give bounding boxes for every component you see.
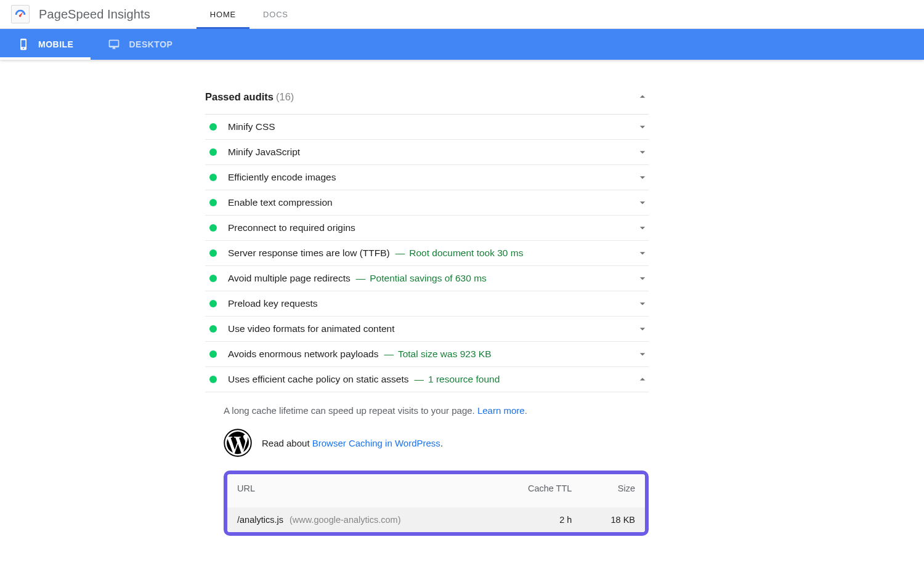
chevron-down-icon — [636, 196, 649, 209]
audit-title: Preload key requests — [228, 298, 318, 309]
cache-table: URL Cache TTL Size /analytics.js (www.go… — [227, 474, 645, 532]
audit-description: A long cache lifetime can speed up repea… — [224, 403, 649, 418]
chevron-up-icon — [636, 91, 649, 103]
status-dot-pass — [209, 275, 217, 282]
audit-detail: Total size was 923 KB — [398, 349, 492, 360]
desc-text: A long cache lifetime can speed up repea… — [224, 405, 477, 416]
chevron-down-icon — [636, 146, 649, 158]
audit-title: Use video formats for animated content — [228, 323, 395, 334]
table-row: /analytics.js (www.google-analytics.com)… — [227, 507, 645, 532]
cell-ttl: 2 h — [490, 507, 582, 532]
audit-row[interactable]: Minify CSS — [205, 115, 649, 140]
table-header-row: URL Cache TTL Size — [227, 474, 645, 507]
audit-dash: — — [395, 248, 405, 259]
tab-docs[interactable]: DOCS — [249, 0, 302, 28]
col-ttl: Cache TTL — [490, 474, 582, 507]
status-dot-pass — [209, 199, 217, 206]
mobile-icon — [17, 38, 30, 51]
chevron-down-icon — [636, 272, 649, 285]
audit-row[interactable]: Use video formats for animated content — [205, 317, 649, 342]
device-tab-desktop[interactable]: DESKTOP — [91, 29, 190, 60]
audit-title: Minify JavaScript — [228, 147, 300, 158]
content-area: Passed audits (16) Minify CSSMinify Java… — [205, 60, 649, 573]
audit-title: Minify CSS — [228, 121, 275, 132]
audit-row[interactable]: Preload key requests — [205, 291, 649, 317]
audit-row[interactable]: Preconnect to required origins — [205, 216, 649, 241]
audit-dash: — — [384, 349, 394, 360]
audit-title: Efficiently encode images — [228, 172, 336, 183]
device-tab-mobile-label: MOBILE — [38, 39, 73, 49]
status-dot-pass — [209, 376, 217, 383]
audit-row[interactable]: Uses efficient cache policy on static as… — [205, 367, 649, 392]
audit-dash: — — [356, 273, 366, 284]
chevron-down-icon — [636, 222, 649, 234]
url-path: /analytics.js — [237, 515, 283, 525]
cell-url: /analytics.js (www.google-analytics.com) — [227, 507, 490, 532]
app-header: PageSpeed Insights HOME DOCS — [0, 0, 924, 29]
status-dot-pass — [209, 325, 217, 333]
url-host: (www.google-analytics.com) — [290, 515, 401, 525]
audit-expanded-body: A long cache lifetime can speed up repea… — [205, 392, 649, 536]
chevron-down-icon — [636, 323, 649, 335]
audit-row[interactable]: Server response times are low (TTFB)—Roo… — [205, 241, 649, 266]
app-logo — [11, 5, 30, 23]
device-bar: MOBILE DESKTOP — [0, 29, 924, 60]
audit-row[interactable]: Minify JavaScript — [205, 140, 649, 165]
audit-title: Avoids enormous network payloads — [228, 349, 378, 360]
status-dot-pass — [209, 350, 217, 358]
col-size: Size — [582, 474, 645, 507]
audit-title: Avoid multiple page redirects — [228, 273, 351, 284]
audit-list: Minify CSSMinify JavaScriptEfficiently e… — [205, 115, 649, 392]
chevron-down-icon — [636, 247, 649, 259]
tab-home[interactable]: HOME — [197, 0, 249, 28]
audit-row[interactable]: Enable text compression — [205, 190, 649, 216]
chevron-down-icon — [636, 297, 649, 310]
audit-row[interactable]: Efficiently encode images — [205, 165, 649, 190]
audit-detail: Potential savings of 630 ms — [370, 273, 487, 284]
audit-title: Uses efficient cache policy on static as… — [228, 374, 409, 385]
status-dot-pass — [209, 300, 217, 307]
top-tabs: HOME DOCS — [197, 0, 302, 28]
wordpress-hint: Read about Browser Caching in WordPress. — [224, 429, 649, 457]
status-dot-pass — [209, 123, 217, 131]
chevron-down-icon — [636, 121, 649, 133]
app-title: PageSpeed Insights — [39, 7, 150, 22]
audit-detail: Root document took 30 ms — [409, 248, 523, 259]
wp-prefix: Read about — [262, 438, 312, 448]
cell-size: 18 KB — [582, 507, 645, 532]
audit-row[interactable]: Avoids enormous network payloads—Total s… — [205, 342, 649, 367]
gauge-icon — [14, 7, 27, 21]
section-count: (16) — [276, 91, 294, 103]
audit-row[interactable]: Avoid multiple page redirects—Potential … — [205, 266, 649, 291]
audit-dash: — — [415, 374, 424, 385]
audit-detail: 1 resource found — [428, 374, 500, 385]
audit-title: Enable text compression — [228, 197, 333, 208]
desc-period: . — [525, 405, 527, 416]
desktop-icon — [108, 38, 120, 51]
device-tab-desktop-label: DESKTOP — [129, 39, 172, 49]
section-title: Passed audits — [205, 91, 274, 103]
wp-period: . — [440, 438, 443, 448]
wp-caching-link[interactable]: Browser Caching in WordPress — [312, 438, 440, 448]
learn-more-link[interactable]: Learn more — [477, 405, 525, 416]
status-dot-pass — [209, 174, 217, 181]
chevron-down-icon — [636, 171, 649, 184]
audit-title: Preconnect to required origins — [228, 222, 355, 233]
passed-audits-header[interactable]: Passed audits (16) — [205, 83, 649, 115]
status-dot-pass — [209, 224, 217, 232]
wordpress-icon — [224, 429, 252, 457]
col-url: URL — [227, 474, 490, 507]
audit-title: Server response times are low (TTFB) — [228, 248, 390, 259]
chevron-up-icon — [636, 373, 649, 386]
chevron-down-icon — [636, 348, 649, 360]
status-dot-pass — [209, 249, 217, 257]
cache-table-highlight: URL Cache TTL Size /analytics.js (www.go… — [224, 471, 649, 536]
device-tab-mobile[interactable]: MOBILE — [0, 29, 91, 60]
status-dot-pass — [209, 148, 217, 156]
